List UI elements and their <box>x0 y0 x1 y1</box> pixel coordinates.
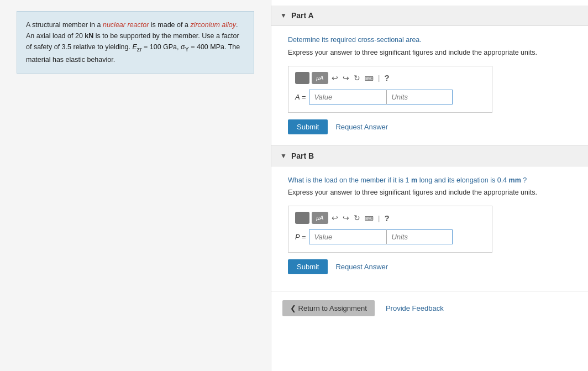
part-b-section: ▼ Part B What is the load on the member … <box>271 146 588 286</box>
part-b-mu-button[interactable]: μA <box>312 212 328 224</box>
return-to-assignment-button[interactable]: ❮ Return to Assignment <box>282 300 375 316</box>
part-a-action-row: Submit Request Answer <box>288 119 571 134</box>
part-a-question: Determine its required cross-sectional a… <box>288 35 571 45</box>
part-a-toolbar: μA | ? <box>295 72 485 84</box>
provide-feedback-link[interactable]: Provide Feedback <box>386 304 444 312</box>
part-b-toolbar: μA | ? <box>295 212 485 224</box>
part-a-title: Part A <box>291 11 314 20</box>
part-a-value-input[interactable] <box>309 90 386 104</box>
part-a-input-label: A = <box>295 93 306 101</box>
part-a-units-input[interactable] <box>386 90 453 104</box>
undo-icon <box>332 74 338 82</box>
bottom-bar: ❮ Return to Assignment Provide Feedback <box>271 291 588 325</box>
part-b-chevron-icon: ▼ <box>280 152 287 160</box>
problem-text: A structural member in a nuclear reactor… <box>26 21 240 64</box>
refresh-icon <box>354 74 360 82</box>
problem-box: A structural member in a nuclear reactor… <box>17 11 254 74</box>
part-b-instruction: Express your answer to three significant… <box>288 187 571 198</box>
part-a-content: Determine its required cross-sectional a… <box>271 26 588 145</box>
part-b-grid-button[interactable] <box>295 212 309 224</box>
part-b-title: Part B <box>291 151 314 160</box>
redo-icon <box>343 74 349 82</box>
part-b-answer-box: μA | ? P = <box>288 206 492 253</box>
part-a-request-answer-link[interactable]: Request Answer <box>335 123 388 131</box>
part-b-question: What is the load on the member if it is … <box>288 175 571 186</box>
part-a-separator: | <box>378 74 380 82</box>
undo-icon-b <box>332 213 338 222</box>
part-b-header[interactable]: ▼ Part B <box>271 146 588 166</box>
part-a-mu-button[interactable]: μA <box>312 72 328 84</box>
right-panel: ▼ Part A Determine its required cross-se… <box>271 0 588 371</box>
part-a-grid-button[interactable] <box>295 72 309 84</box>
part-b-help-button[interactable]: ? <box>384 213 389 223</box>
part-a-instruction: Express your answer to three significant… <box>288 48 571 58</box>
part-a-chevron-icon: ▼ <box>280 12 287 19</box>
part-b-content: What is the load on the member if it is … <box>271 166 588 286</box>
part-a-header[interactable]: ▼ Part A <box>271 6 588 26</box>
redo-icon-b <box>343 213 349 222</box>
part-b-refresh-button[interactable] <box>353 213 361 222</box>
part-a-keyboard-button[interactable] <box>364 74 375 82</box>
part-a-submit-button[interactable]: Submit <box>288 119 328 134</box>
left-panel: A structural member in a nuclear reactor… <box>0 0 271 371</box>
part-a-answer-box: μA | ? A = <box>288 66 492 113</box>
part-b-units-input[interactable] <box>386 229 453 244</box>
keyboard-icon-b <box>365 213 374 222</box>
part-b-action-row: Submit Request Answer <box>288 259 571 274</box>
part-a-undo-button[interactable] <box>330 74 339 82</box>
part-a-input-row: A = <box>295 90 485 104</box>
part-b-submit-button[interactable]: Submit <box>288 259 328 274</box>
part-a-section: ▼ Part A Determine its required cross-se… <box>271 6 588 145</box>
part-a-redo-button[interactable] <box>342 74 350 82</box>
part-b-redo-button[interactable] <box>342 213 350 222</box>
part-b-input-label: P = <box>295 233 306 241</box>
part-b-request-answer-link[interactable]: Request Answer <box>335 263 388 271</box>
part-b-value-input[interactable] <box>309 229 386 244</box>
part-a-refresh-button[interactable] <box>353 74 361 82</box>
keyboard-icon <box>365 74 374 82</box>
part-b-keyboard-button[interactable] <box>364 213 375 222</box>
part-b-separator: | <box>378 214 380 222</box>
part-a-help-button[interactable]: ? <box>384 73 389 82</box>
part-b-undo-button[interactable] <box>330 213 339 222</box>
refresh-icon-b <box>354 213 360 222</box>
part-b-input-row: P = <box>295 229 485 244</box>
